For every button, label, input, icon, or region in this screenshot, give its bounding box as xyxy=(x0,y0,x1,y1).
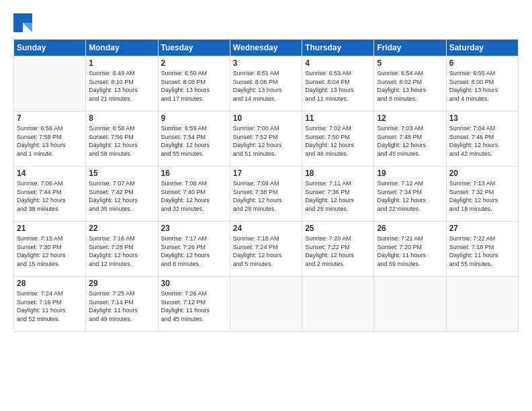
day-number: 23 xyxy=(161,224,227,233)
day-info: Sunrise: 7:08 AM Sunset: 7:40 PM Dayligh… xyxy=(161,179,227,213)
day-number: 10 xyxy=(233,113,299,123)
day-cell: 1Sunrise: 6:49 AM Sunset: 8:10 PM Daylig… xyxy=(86,56,158,111)
day-number: 13 xyxy=(449,113,515,123)
day-info: Sunrise: 7:20 AM Sunset: 7:22 PM Dayligh… xyxy=(305,234,371,268)
day-number: 9 xyxy=(161,113,227,123)
day-number: 4 xyxy=(305,58,371,68)
day-cell: 16Sunrise: 7:08 AM Sunset: 7:40 PM Dayli… xyxy=(158,167,230,222)
day-number: 7 xyxy=(17,113,83,123)
svg-rect-2 xyxy=(13,23,23,32)
day-cell: 10Sunrise: 7:00 AM Sunset: 7:52 PM Dayli… xyxy=(230,111,302,167)
day-info: Sunrise: 7:26 AM Sunset: 7:12 PM Dayligh… xyxy=(161,289,227,323)
day-cell: 4Sunrise: 6:53 AM Sunset: 8:04 PM Daylig… xyxy=(302,56,374,111)
day-header-wednesday: Wednesday xyxy=(230,40,302,56)
day-cell: 21Sunrise: 7:15 AM Sunset: 7:30 PM Dayli… xyxy=(14,222,86,277)
day-cell: 28Sunrise: 7:24 AM Sunset: 7:16 PM Dayli… xyxy=(14,277,86,332)
day-cell: 22Sunrise: 7:16 AM Sunset: 7:28 PM Dayli… xyxy=(86,222,158,277)
day-cell xyxy=(302,277,374,332)
day-header-sunday: Sunday xyxy=(14,40,86,56)
day-info: Sunrise: 7:12 AM Sunset: 7:34 PM Dayligh… xyxy=(377,179,443,213)
day-cell xyxy=(446,277,518,332)
day-cell: 6Sunrise: 6:55 AM Sunset: 8:00 PM Daylig… xyxy=(446,56,518,111)
day-number: 22 xyxy=(89,224,154,233)
day-cell: 24Sunrise: 7:18 AM Sunset: 7:24 PM Dayli… xyxy=(230,222,302,277)
day-cell: 3Sunrise: 6:51 AM Sunset: 8:06 PM Daylig… xyxy=(230,56,302,111)
day-number: 21 xyxy=(17,224,83,233)
day-header-monday: Monday xyxy=(86,40,158,56)
day-info: Sunrise: 7:06 AM Sunset: 7:44 PM Dayligh… xyxy=(17,179,83,213)
day-info: Sunrise: 7:00 AM Sunset: 7:52 PM Dayligh… xyxy=(233,124,299,158)
day-cell: 30Sunrise: 7:26 AM Sunset: 7:12 PM Dayli… xyxy=(158,277,230,332)
day-number: 5 xyxy=(377,58,443,68)
day-number: 17 xyxy=(233,169,299,178)
day-info: Sunrise: 6:56 AM Sunset: 7:58 PM Dayligh… xyxy=(17,124,83,158)
day-header-friday: Friday xyxy=(374,40,446,56)
day-cell: 11Sunrise: 7:02 AM Sunset: 7:50 PM Dayli… xyxy=(302,111,374,167)
day-cell: 25Sunrise: 7:20 AM Sunset: 7:22 PM Dayli… xyxy=(302,222,374,277)
day-cell: 29Sunrise: 7:25 AM Sunset: 7:14 PM Dayli… xyxy=(86,277,158,332)
day-number: 16 xyxy=(161,169,227,178)
day-number: 3 xyxy=(233,58,299,68)
day-info: Sunrise: 7:11 AM Sunset: 7:36 PM Dayligh… xyxy=(305,179,371,213)
day-cell xyxy=(14,56,86,111)
day-number: 1 xyxy=(89,58,154,68)
day-info: Sunrise: 7:13 AM Sunset: 7:32 PM Dayligh… xyxy=(449,179,515,213)
day-cell: 20Sunrise: 7:13 AM Sunset: 7:32 PM Dayli… xyxy=(446,167,518,222)
day-number: 26 xyxy=(377,224,443,233)
day-cell: 23Sunrise: 7:17 AM Sunset: 7:26 PM Dayli… xyxy=(158,222,230,277)
day-header-tuesday: Tuesday xyxy=(158,40,230,56)
day-cell: 9Sunrise: 6:59 AM Sunset: 7:54 PM Daylig… xyxy=(158,111,230,167)
day-number: 28 xyxy=(17,279,83,288)
week-row-3: 14Sunrise: 7:06 AM Sunset: 7:44 PM Dayli… xyxy=(14,167,519,222)
week-row-4: 21Sunrise: 7:15 AM Sunset: 7:30 PM Dayli… xyxy=(14,222,519,277)
day-info: Sunrise: 7:03 AM Sunset: 7:48 PM Dayligh… xyxy=(377,124,443,158)
day-number: 6 xyxy=(449,58,515,68)
day-info: Sunrise: 7:09 AM Sunset: 7:38 PM Dayligh… xyxy=(233,179,299,213)
day-cell: 5Sunrise: 6:54 AM Sunset: 8:02 PM Daylig… xyxy=(374,56,446,111)
day-number: 8 xyxy=(89,113,154,123)
day-cell: 19Sunrise: 7:12 AM Sunset: 7:34 PM Dayli… xyxy=(374,167,446,222)
day-number: 12 xyxy=(377,113,443,123)
day-info: Sunrise: 6:54 AM Sunset: 8:02 PM Dayligh… xyxy=(377,69,443,103)
day-number: 30 xyxy=(161,279,227,288)
day-number: 14 xyxy=(17,169,83,178)
day-number: 18 xyxy=(305,169,371,178)
day-info: Sunrise: 6:50 AM Sunset: 8:08 PM Dayligh… xyxy=(161,69,227,103)
day-cell: 17Sunrise: 7:09 AM Sunset: 7:38 PM Dayli… xyxy=(230,167,302,222)
day-info: Sunrise: 7:15 AM Sunset: 7:30 PM Dayligh… xyxy=(17,234,83,268)
day-info: Sunrise: 6:59 AM Sunset: 7:54 PM Dayligh… xyxy=(161,124,227,158)
day-number: 19 xyxy=(377,169,443,178)
day-info: Sunrise: 6:58 AM Sunset: 7:56 PM Dayligh… xyxy=(89,124,154,158)
day-cell: 27Sunrise: 7:22 AM Sunset: 7:18 PM Dayli… xyxy=(446,222,518,277)
day-info: Sunrise: 7:16 AM Sunset: 7:28 PM Dayligh… xyxy=(89,234,154,268)
day-number: 27 xyxy=(449,224,515,233)
day-number: 24 xyxy=(233,224,299,233)
day-cell: 12Sunrise: 7:03 AM Sunset: 7:48 PM Dayli… xyxy=(374,111,446,167)
day-info: Sunrise: 6:51 AM Sunset: 8:06 PM Dayligh… xyxy=(233,69,299,103)
day-info: Sunrise: 7:17 AM Sunset: 7:26 PM Dayligh… xyxy=(161,234,227,268)
day-cell: 7Sunrise: 6:56 AM Sunset: 7:58 PM Daylig… xyxy=(14,111,86,167)
svg-rect-0 xyxy=(13,13,23,23)
day-info: Sunrise: 7:21 AM Sunset: 7:20 PM Dayligh… xyxy=(377,234,443,268)
day-cell: 26Sunrise: 7:21 AM Sunset: 7:20 PM Dayli… xyxy=(374,222,446,277)
day-info: Sunrise: 7:24 AM Sunset: 7:16 PM Dayligh… xyxy=(17,289,83,323)
day-cell: 2Sunrise: 6:50 AM Sunset: 8:08 PM Daylig… xyxy=(158,56,230,111)
day-info: Sunrise: 6:49 AM Sunset: 8:10 PM Dayligh… xyxy=(89,69,154,103)
day-number: 11 xyxy=(305,113,371,123)
logo xyxy=(13,13,35,32)
day-number: 2 xyxy=(161,58,227,68)
logo-icon xyxy=(13,13,32,32)
svg-rect-1 xyxy=(23,13,32,23)
day-cell: 13Sunrise: 7:04 AM Sunset: 7:46 PM Dayli… xyxy=(446,111,518,167)
day-info: Sunrise: 6:55 AM Sunset: 8:00 PM Dayligh… xyxy=(449,69,515,103)
day-cell: 18Sunrise: 7:11 AM Sunset: 7:36 PM Dayli… xyxy=(302,167,374,222)
week-row-2: 7Sunrise: 6:56 AM Sunset: 7:58 PM Daylig… xyxy=(14,111,519,167)
week-row-5: 28Sunrise: 7:24 AM Sunset: 7:16 PM Dayli… xyxy=(14,277,519,332)
day-info: Sunrise: 7:22 AM Sunset: 7:18 PM Dayligh… xyxy=(449,234,515,268)
day-info: Sunrise: 7:07 AM Sunset: 7:42 PM Dayligh… xyxy=(89,179,154,213)
page-header xyxy=(13,13,519,32)
day-cell xyxy=(374,277,446,332)
day-cell: 15Sunrise: 7:07 AM Sunset: 7:42 PM Dayli… xyxy=(86,167,158,222)
day-info: Sunrise: 6:53 AM Sunset: 8:04 PM Dayligh… xyxy=(305,69,371,103)
day-number: 15 xyxy=(89,169,154,178)
